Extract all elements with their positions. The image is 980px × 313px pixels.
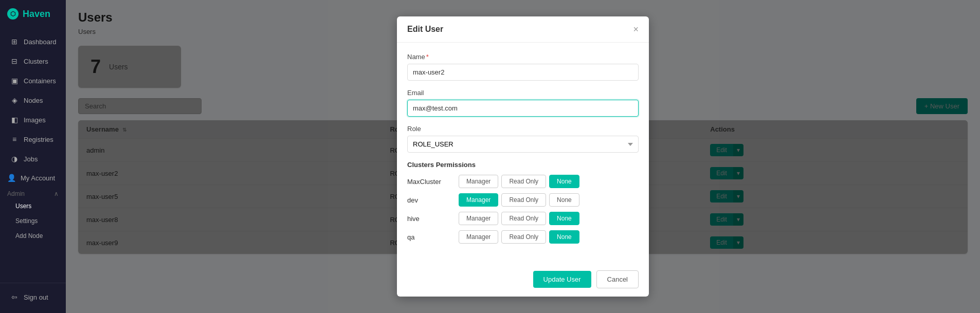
jobs-icon: ◑ bbox=[10, 155, 19, 163]
dashboard-icon: ⊞ bbox=[10, 38, 19, 46]
sidebar-item-containers[interactable]: ▣ Containers bbox=[3, 71, 63, 90]
permissions-group: Clusters Permissions MaxCluster ManagerR… bbox=[407, 161, 639, 244]
sidebar-item-label: Images bbox=[24, 116, 46, 124]
sidebar: ⬡ Haven ⊞ Dashboard ⊟ Clusters ▣ Contain… bbox=[0, 0, 66, 313]
sidebar-item-label: Clusters bbox=[24, 58, 48, 65]
perm-btn-manager[interactable]: Manager bbox=[459, 193, 498, 207]
containers-icon: ▣ bbox=[10, 77, 19, 85]
name-label: Name* bbox=[407, 53, 639, 61]
sidebar-item-users[interactable]: Users bbox=[8, 199, 63, 213]
email-input[interactable] bbox=[407, 100, 639, 117]
logo-icon: ⬡ bbox=[7, 8, 19, 20]
sidebar-item-jobs[interactable]: ◑ Jobs bbox=[3, 150, 63, 168]
perm-btn-none[interactable]: None bbox=[549, 230, 579, 244]
main-content: Users Users 7 Users + New User Username … bbox=[66, 0, 980, 313]
perm-btn-none[interactable]: None bbox=[549, 193, 579, 207]
sidebar-item-label: Sign out bbox=[24, 293, 48, 301]
registries-icon: ≡ bbox=[10, 135, 19, 143]
sidebar-item-clusters[interactable]: ⊟ Clusters bbox=[3, 52, 63, 70]
sidebar-item-label: My Account bbox=[21, 174, 55, 182]
modal-body: Name* Email Role ROLE_USERROLE_ADMIN Clu… bbox=[397, 43, 649, 262]
sidebar-item-label: Nodes bbox=[24, 97, 43, 104]
perm-btn-manager[interactable]: Manager bbox=[459, 230, 498, 244]
perm-btn-read-only[interactable]: Read Only bbox=[501, 193, 546, 207]
perm-btn-none[interactable]: None bbox=[549, 175, 579, 188]
email-field-group: Email bbox=[407, 89, 639, 117]
role-field-group: Role ROLE_USERROLE_ADMIN bbox=[407, 125, 639, 153]
modal-close-button[interactable]: × bbox=[633, 25, 639, 34]
signout-icon: ⇦ bbox=[10, 293, 19, 301]
sidebar-item-label: Jobs bbox=[24, 155, 38, 163]
sidebar-item-nodes[interactable]: ◈ Nodes bbox=[3, 91, 63, 109]
admin-section-label: Admin bbox=[7, 190, 25, 197]
permission-row: qa ManagerRead OnlyNone bbox=[407, 230, 639, 244]
perm-btn-read-only[interactable]: Read Only bbox=[501, 175, 546, 188]
nodes-icon: ◈ bbox=[10, 96, 19, 104]
sidebar-item-label: Registries bbox=[24, 136, 53, 143]
perm-buttons: ManagerRead OnlyNone bbox=[459, 175, 579, 188]
modal-footer: Update User Cancel bbox=[397, 262, 649, 297]
permission-row: dev ManagerRead OnlyNone bbox=[407, 193, 639, 207]
name-input[interactable] bbox=[407, 64, 639, 81]
sidebar-item-add-node[interactable]: Add Node bbox=[8, 229, 63, 243]
sidebar-item-registries[interactable]: ≡ Registries bbox=[3, 130, 63, 149]
edit-user-modal: Edit User × Name* Email Role ROLE_US bbox=[397, 16, 649, 297]
modal-header: Edit User × bbox=[397, 16, 649, 43]
sidebar-item-label: Containers bbox=[24, 77, 56, 85]
sidebar-item-label: Settings bbox=[15, 217, 38, 225]
sidebar-item-label: Dashboard bbox=[24, 38, 57, 46]
admin-collapse-icon[interactable]: ∧ bbox=[54, 190, 59, 197]
cancel-button[interactable]: Cancel bbox=[596, 270, 639, 288]
sidebar-item-dashboard[interactable]: ⊞ Dashboard bbox=[3, 32, 63, 51]
perm-btn-manager[interactable]: Manager bbox=[459, 175, 498, 188]
sidebar-nav: ⊞ Dashboard ⊟ Clusters ▣ Containers ◈ No… bbox=[0, 28, 66, 283]
perm-buttons: ManagerRead OnlyNone bbox=[459, 193, 579, 207]
update-user-button[interactable]: Update User bbox=[533, 271, 591, 288]
email-label: Email bbox=[407, 89, 639, 97]
modal-title: Edit User bbox=[407, 25, 443, 34]
perm-buttons: ManagerRead OnlyNone bbox=[459, 230, 579, 244]
sidebar-item-images[interactable]: ◧ Images bbox=[3, 111, 63, 129]
admin-sub-nav: Users Settings Add Node bbox=[0, 198, 66, 244]
my-account-icon: 👤 bbox=[7, 174, 15, 182]
cluster-name: MaxCluster bbox=[407, 178, 459, 186]
name-field-group: Name* bbox=[407, 53, 639, 81]
app-name: Haven bbox=[23, 9, 50, 20]
perm-btn-read-only[interactable]: Read Only bbox=[501, 212, 546, 225]
role-label: Role bbox=[407, 125, 639, 133]
images-icon: ◧ bbox=[10, 116, 19, 124]
role-select[interactable]: ROLE_USERROLE_ADMIN bbox=[407, 136, 639, 153]
clusters-icon: ⊟ bbox=[10, 57, 19, 65]
cluster-name: qa bbox=[407, 233, 459, 241]
permission-row: hive ManagerRead OnlyNone bbox=[407, 212, 639, 225]
sidebar-item-label: Users bbox=[15, 202, 31, 210]
sidebar-item-my-account[interactable]: 👤 My Account bbox=[0, 169, 66, 187]
perm-buttons: ManagerRead OnlyNone bbox=[459, 212, 579, 225]
permissions-container: MaxCluster ManagerRead OnlyNone dev Mana… bbox=[407, 175, 639, 244]
sidebar-bottom: ⇦ Sign out bbox=[0, 283, 66, 313]
perm-btn-none[interactable]: None bbox=[549, 212, 579, 225]
perm-btn-manager[interactable]: Manager bbox=[459, 212, 498, 225]
sidebar-item-settings[interactable]: Settings bbox=[8, 214, 63, 228]
cluster-name: dev bbox=[407, 196, 459, 204]
admin-section: Admin ∧ bbox=[0, 187, 66, 198]
sidebar-item-signout[interactable]: ⇦ Sign out bbox=[3, 288, 63, 306]
perm-btn-read-only[interactable]: Read Only bbox=[501, 230, 546, 244]
permissions-title: Clusters Permissions bbox=[407, 161, 639, 169]
cluster-name: hive bbox=[407, 215, 459, 223]
modal-overlay: Edit User × Name* Email Role ROLE_US bbox=[66, 0, 980, 313]
sidebar-item-label: Add Node bbox=[15, 232, 43, 240]
app-logo[interactable]: ⬡ Haven bbox=[0, 0, 66, 28]
permission-row: MaxCluster ManagerRead OnlyNone bbox=[407, 175, 639, 188]
